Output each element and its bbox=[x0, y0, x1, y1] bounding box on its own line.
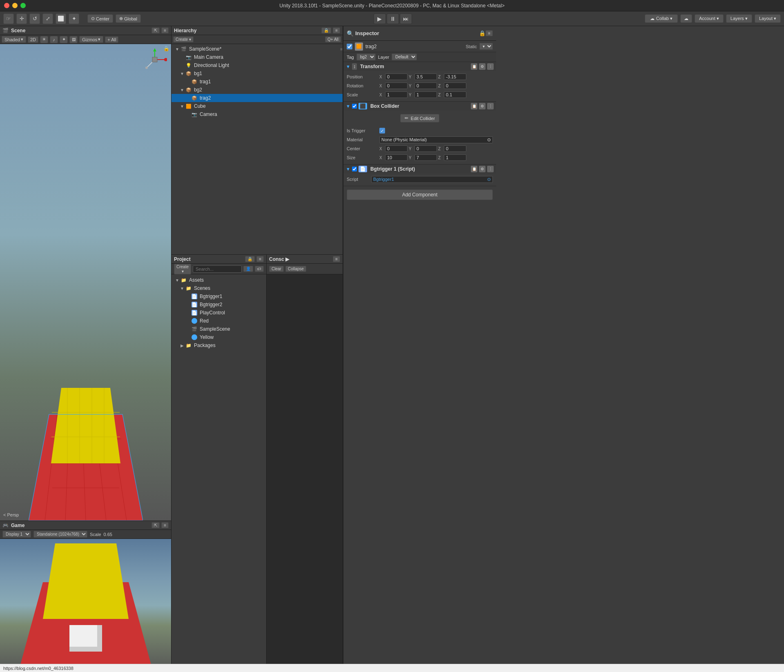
size-x-input[interactable] bbox=[385, 154, 408, 161]
bgtrigger-settings-icon[interactable]: ⚙ bbox=[479, 166, 486, 172]
box-collider-enabled-checkbox[interactable] bbox=[352, 104, 357, 109]
transform-component-header[interactable]: ▼ ↕ Transform 📋 ⚙ ⋮ bbox=[343, 62, 496, 71]
scale-tool[interactable]: ⤢ bbox=[42, 13, 53, 24]
inspector-menu-button[interactable]: ≡ bbox=[486, 30, 493, 36]
scene-viewport[interactable]: < Persp 🔒 bbox=[0, 44, 171, 521]
hierarchy-lock-button[interactable]: 🔒 bbox=[321, 27, 331, 33]
hierarchy-item-maincamera[interactable]: 📷 Main Camera bbox=[172, 53, 343, 61]
box-collider-settings-icon[interactable]: ⚙ bbox=[479, 103, 486, 109]
position-z-input[interactable] bbox=[444, 73, 466, 80]
scale-x-input[interactable] bbox=[385, 91, 408, 98]
layout-button[interactable]: Layout ▾ bbox=[755, 14, 781, 23]
project-tag-button[interactable]: 🏷 bbox=[255, 266, 264, 272]
project-item-yellow[interactable]: Yellow bbox=[172, 333, 266, 341]
hierarchy-item-samplescene[interactable]: ▼ 🎬 SampleScene* ≡ bbox=[172, 45, 343, 53]
lighting-button[interactable]: ☀ bbox=[40, 36, 48, 43]
project-item-red[interactable]: Red bbox=[172, 317, 266, 325]
script-value[interactable]: Bgtrigger1 ⊙ bbox=[371, 176, 493, 183]
project-create-button[interactable]: Create ▾ bbox=[174, 264, 191, 274]
rotate-tool[interactable]: ↺ bbox=[29, 13, 40, 24]
center-y-input[interactable] bbox=[414, 145, 437, 152]
move-tool[interactable]: ✛ bbox=[16, 13, 27, 24]
project-assets-folder[interactable]: ▼ 📁 Assets bbox=[172, 276, 266, 284]
display-select[interactable]: Display 1 bbox=[2, 531, 31, 538]
is-trigger-checkbox[interactable]: ✓ bbox=[379, 128, 385, 134]
tag-select[interactable]: bg2 bbox=[356, 53, 376, 60]
layers-button[interactable]: Layers ▾ bbox=[726, 14, 752, 23]
bgtrigger-ref-icon[interactable]: 📋 bbox=[471, 166, 477, 172]
close-button[interactable] bbox=[4, 3, 9, 8]
scale-y-input[interactable] bbox=[414, 91, 437, 98]
box-collider-header[interactable]: ▼ ⬛ Box Collider 📋 ⚙ ⋮ bbox=[343, 102, 496, 111]
hierarchy-item-bg2[interactable]: ▼ 📦 bg2 bbox=[172, 86, 343, 94]
minimize-button[interactable] bbox=[12, 3, 18, 8]
pivot-global-button[interactable]: ⊕ Global bbox=[116, 14, 141, 23]
hierarchy-item-trag1[interactable]: 📦 trag1 bbox=[172, 78, 343, 86]
pause-button[interactable]: ⏸ bbox=[387, 13, 399, 24]
project-item-playcontrol[interactable]: 📄 PlayControl bbox=[172, 309, 266, 317]
hierarchy-item-trag2[interactable]: 📦 trag2 bbox=[172, 94, 343, 102]
image-button[interactable]: 🖼 bbox=[69, 36, 78, 43]
material-value[interactable]: None (Physic Material) ⊙ bbox=[379, 136, 493, 143]
maximize-button[interactable] bbox=[20, 3, 26, 8]
rotation-x-input[interactable] bbox=[385, 82, 408, 89]
scale-z-input[interactable] bbox=[444, 91, 466, 98]
rotation-y-input[interactable] bbox=[414, 82, 437, 89]
hierarchy-item-cube[interactable]: ▼ 🟧 Cube bbox=[172, 102, 343, 110]
account-button[interactable]: Account ▾ bbox=[695, 14, 724, 23]
cloud-button[interactable]: ☁ bbox=[680, 14, 692, 23]
resolution-select[interactable]: Standalone (1024x768) bbox=[33, 531, 87, 538]
box-collider-ref-icon[interactable]: 📋 bbox=[471, 103, 477, 109]
transform-settings-icon[interactable]: ⚙ bbox=[479, 63, 486, 70]
hierarchy-all-button[interactable]: Q+ All bbox=[325, 36, 341, 42]
center-z-input[interactable] bbox=[444, 145, 466, 152]
shading-button[interactable]: Shaded ▾ bbox=[2, 36, 26, 43]
2d-button[interactable]: 2D bbox=[28, 36, 38, 43]
transform-ref-icon[interactable]: 📋 bbox=[471, 63, 477, 70]
edit-collider-button[interactable]: ✏ Edit Collider bbox=[400, 114, 439, 122]
game-menu-button[interactable]: ≡ bbox=[161, 522, 169, 528]
rotation-z-input[interactable] bbox=[444, 82, 466, 89]
project-account-button[interactable]: 👤 bbox=[243, 266, 253, 272]
layer-select[interactable]: Default bbox=[392, 53, 417, 60]
project-menu-button[interactable]: ≡ bbox=[256, 256, 264, 262]
size-z-input[interactable] bbox=[444, 154, 466, 161]
center-x-input[interactable] bbox=[385, 145, 408, 152]
project-scenes-folder[interactable]: ▼ 📁 Scenes bbox=[172, 284, 266, 292]
audio-button[interactable]: ♪ bbox=[50, 36, 58, 43]
scene-menu-button[interactable]: ≡ bbox=[161, 27, 169, 33]
bgtrigger-menu-icon[interactable]: ⋮ bbox=[487, 166, 494, 172]
project-item-bgtrigger1[interactable]: 📄 Bgtrigger1 bbox=[172, 292, 266, 300]
rect-tool[interactable]: ⬜ bbox=[56, 13, 66, 24]
size-y-input[interactable] bbox=[414, 154, 437, 161]
hierarchy-create-button[interactable]: Create ▾ bbox=[173, 36, 194, 42]
hierarchy-menu-button[interactable]: ≡ bbox=[333, 27, 340, 33]
hand-tool[interactable]: ☞ bbox=[3, 13, 14, 24]
console-clear-button[interactable]: Clear bbox=[269, 266, 284, 272]
hierarchy-item-directionallight[interactable]: 💡 Directional Light bbox=[172, 61, 343, 69]
bgtrigger-component-header[interactable]: ▼ 📄 Bgtrigger 1 (Script) 📋 ⚙ ⋮ bbox=[343, 165, 496, 174]
scene-maximize-button[interactable]: ⇱ bbox=[151, 27, 160, 33]
project-search-input[interactable] bbox=[193, 265, 242, 273]
all-button[interactable]: + All bbox=[105, 36, 118, 43]
collab-button[interactable]: ☁ Collab ▾ bbox=[645, 14, 678, 23]
static-dropdown[interactable]: ▾ bbox=[479, 43, 493, 50]
add-component-button[interactable]: Add Component bbox=[347, 189, 493, 200]
effects-button[interactable]: ✦ bbox=[60, 36, 68, 43]
play-button[interactable]: ▶ bbox=[374, 13, 386, 24]
step-button[interactable]: ⏭ bbox=[400, 13, 412, 24]
object-active-checkbox[interactable] bbox=[347, 44, 352, 49]
console-collapse-button[interactable]: Collapse bbox=[285, 266, 306, 272]
transform-menu-icon[interactable]: ⋮ bbox=[487, 63, 494, 70]
game-maximize-button[interactable]: ⇱ bbox=[151, 522, 160, 528]
position-x-input[interactable] bbox=[385, 73, 408, 80]
hierarchy-item-camera[interactable]: 📷 Camera bbox=[172, 110, 343, 118]
position-y-input[interactable] bbox=[414, 73, 437, 80]
pivot-center-button[interactable]: ⊙ Center bbox=[87, 14, 113, 23]
bgtrigger-enabled-checkbox[interactable] bbox=[352, 167, 357, 171]
hierarchy-item-bg1[interactable]: ▼ 📦 bg1 bbox=[172, 69, 343, 78]
gizmos-button[interactable]: Gizmos ▾ bbox=[79, 36, 103, 43]
project-packages-folder[interactable]: ▶ 📁 Packages bbox=[172, 341, 266, 349]
box-collider-menu-icon[interactable]: ⋮ bbox=[487, 103, 494, 109]
project-item-samplescene[interactable]: 🎬 SampleScene bbox=[172, 325, 266, 333]
